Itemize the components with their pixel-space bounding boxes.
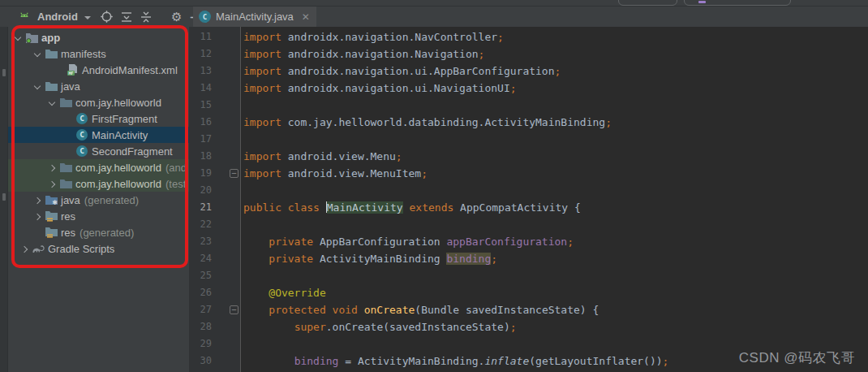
android-studio-window: Android [0, 0, 868, 372]
code-line-16[interactable]: import com.jay.helloworld.databinding.Ac… [242, 114, 868, 131]
token-pl [243, 321, 294, 333]
chevron-down-icon[interactable] [31, 80, 44, 93]
token-pl: = ActivityMainBinding. [338, 355, 484, 367]
tree-item-label: com.jay.helloworld [75, 162, 161, 174]
tree-item-com-jay-helloworld[interactable]: com.jay.helloworld [8, 94, 189, 110]
tree-item-res[interactable]: res(generated) [8, 224, 189, 240]
tree-item-app[interactable]: app [8, 29, 189, 45]
chevron-spacer [62, 112, 75, 125]
code-line-17[interactable] [242, 131, 868, 148]
token-kw: ; [510, 82, 517, 94]
tree-item-label: manifests [61, 48, 106, 60]
token-kw: super [294, 321, 326, 333]
code-line-19[interactable]: import android.view.MenuItem; [242, 165, 868, 182]
locate-file-icon[interactable] [99, 9, 115, 25]
tree-item-java[interactable]: java [8, 78, 189, 94]
line-number: 20 [189, 182, 212, 199]
settings-gear-icon[interactable]: ⚙ [169, 9, 185, 25]
tree-item-suffix: (and [165, 162, 187, 174]
token-kw: import [243, 82, 288, 94]
code-line-25[interactable] [242, 267, 868, 284]
token-kw: import [243, 116, 288, 128]
fold-marker-icon[interactable]: – [230, 305, 238, 314]
fold-marker-icon[interactable]: – [230, 169, 238, 178]
tree-item-label: AndroidManifest.xml [82, 64, 178, 76]
code-line-27[interactable]: protected void onCreate(Bundle savedInst… [242, 301, 868, 318]
chevron-spacer [62, 145, 75, 158]
line-number: 25 [189, 267, 212, 284]
tab-mainactivity-java[interactable]: C MainActivity.java ✕ [193, 6, 316, 27]
tree-item-manifests[interactable]: manifests [8, 45, 189, 62]
chevron-down-icon[interactable] [45, 96, 58, 109]
expand-all-icon[interactable] [118, 9, 135, 25]
tool-window-stripe[interactable] [0, 27, 8, 372]
project-toolbar: Android [0, 6, 868, 27]
code-line-28[interactable]: super.onCreate(savedInstanceState); [242, 318, 868, 335]
code-line-13[interactable]: import androidx.navigation.ui.AppBarConf… [242, 63, 868, 80]
code-line-12[interactable]: import androidx.navigation.Navigation; [242, 45, 868, 63]
svg-text:MF: MF [68, 71, 73, 76]
svg-text:C: C [79, 114, 84, 123]
tree-item-com-jay-helloworld[interactable]: com.jay.helloworld(test [8, 175, 189, 192]
token-kw: ; [491, 253, 497, 265]
code-line-24[interactable]: private ActivityMainBinding binding; [242, 250, 868, 267]
tree-item-firstfragment[interactable]: CFirstFragment [8, 110, 189, 127]
tree-item-mainactivity[interactable]: CMainActivity [8, 127, 189, 143]
line-number: 17 [189, 131, 212, 148]
tree-item-res[interactable]: res [8, 208, 189, 224]
line-number: 15 [189, 97, 212, 114]
token-smth: inflate [484, 355, 529, 367]
tree-item-secondfragment[interactable]: CSecondFragment [8, 143, 189, 159]
package-icon [58, 177, 73, 190]
token-kw: import [243, 150, 288, 162]
token-pl: (getLayoutInflater()) [529, 355, 662, 367]
csdn-watermark: CSDN @码农飞哥 [739, 348, 855, 367]
token-kw: ; [421, 167, 428, 180]
code-line-14[interactable]: import androidx.navigation.ui.Navigation… [242, 80, 868, 97]
tree-item-gradle-scripts[interactable]: Gradle Scripts [8, 240, 189, 257]
code-editor[interactable]: 111213141516171819–2021222324252627–2829… [189, 27, 868, 372]
chevron-right-icon[interactable] [45, 161, 58, 174]
tree-item-label: FirstFragment [92, 113, 157, 125]
package-icon [58, 96, 73, 109]
tab-close-icon[interactable]: ✕ [302, 11, 310, 23]
token-pl: ActivityMainBinding [320, 253, 447, 265]
code-line-21[interactable]: public class MainActivity extends AppCom… [242, 199, 868, 216]
token-kw: ; [555, 65, 561, 77]
tree-item-java[interactable]: ✱java(generated) [8, 192, 189, 208]
code-line-18[interactable]: import android.view.Menu; [242, 148, 868, 165]
chevron-down-icon[interactable] [84, 16, 91, 19]
line-number: 16 [189, 114, 212, 131]
token-kw: import [243, 167, 288, 180]
code-line-20[interactable] [242, 182, 868, 199]
token-kw: protected void [243, 304, 364, 316]
code-line-23[interactable]: private AppBarConfiguration appBarConfig… [242, 233, 868, 250]
line-number: 11 [189, 28, 212, 45]
device-combo-partial[interactable] [684, 0, 791, 6]
chevron-right-icon[interactable] [31, 210, 44, 223]
res-icon [44, 210, 58, 223]
code-area[interactable]: import androidx.navigation.NavController… [242, 28, 868, 370]
chevron-down-icon[interactable] [31, 47, 44, 60]
chevron-right-icon[interactable] [45, 177, 58, 190]
code-line-26[interactable]: @Override [242, 284, 868, 301]
chevron-spacer [31, 226, 44, 239]
view-selector-label[interactable]: Android [37, 11, 78, 23]
class-icon: C [75, 112, 89, 125]
code-line-11[interactable]: import androidx.navigation.NavController… [242, 28, 868, 45]
tree-item-androidmanifest-xml[interactable]: MFAndroidManifest.xml [8, 62, 189, 78]
chevron-right-icon[interactable] [18, 242, 31, 255]
code-line-15[interactable] [242, 97, 868, 114]
run-config-combo-partial[interactable] [618, 0, 677, 6]
module-icon [24, 31, 39, 44]
token-pl: com.jay.helloworld.databinding.ActivityM… [288, 116, 605, 128]
token-pl: .onCreate(savedInstanceState) [326, 321, 510, 333]
tree-item-com-jay-helloworld[interactable]: com.jay.helloworld(and [8, 159, 189, 175]
collapse-all-icon[interactable] [138, 9, 154, 25]
tree-item-label: SecondFragment [92, 145, 173, 158]
chevron-down-icon[interactable] [11, 31, 24, 44]
tree-item-label: app [41, 32, 60, 44]
line-number: 23 [189, 233, 212, 250]
code-line-22[interactable] [242, 216, 868, 233]
chevron-right-icon[interactable] [31, 193, 44, 206]
